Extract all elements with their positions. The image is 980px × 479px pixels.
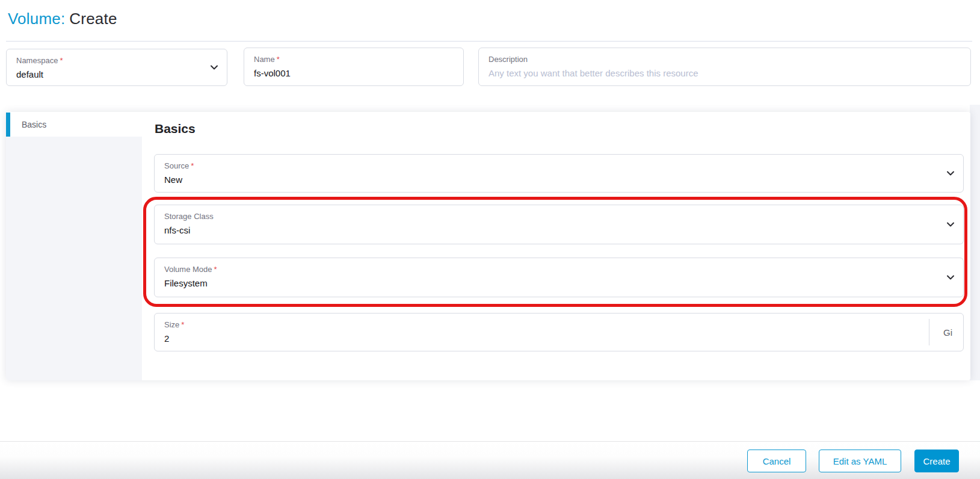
- name-label: Name*: [254, 55, 454, 64]
- namespace-label: Namespace*: [16, 56, 217, 66]
- chevron-down-icon[interactable]: [209, 63, 219, 72]
- chevron-down-icon[interactable]: [946, 220, 955, 229]
- description-field[interactable]: Description: [478, 48, 971, 86]
- size-input[interactable]: [164, 333, 890, 344]
- page-title-resource: Volume:: [8, 10, 65, 28]
- name-field[interactable]: Name*: [244, 48, 464, 86]
- sidebar-tab-basics[interactable]: Basics: [6, 113, 142, 137]
- size-unit-label: Gi: [943, 327, 952, 338]
- create-button[interactable]: Create: [914, 450, 959, 472]
- description-label: Description: [488, 55, 961, 64]
- sidebar-tab-label: Basics: [22, 120, 46, 129]
- volume-create-page: Volume:Create Namespace* default Name* D…: [0, 0, 980, 479]
- chevron-down-icon[interactable]: [946, 168, 955, 178]
- description-input[interactable]: [488, 67, 923, 79]
- sidebar-panel: [6, 137, 142, 380]
- header-divider: [6, 41, 972, 42]
- section-heading: Basics: [155, 122, 196, 136]
- volume-mode-select[interactable]: Volume Mode* Filesystem: [154, 258, 964, 297]
- storage-class-value: nfs-csi: [164, 224, 954, 236]
- required-marker: *: [214, 265, 217, 274]
- cancel-button[interactable]: Cancel: [747, 450, 806, 472]
- page-title-action: Create: [69, 10, 117, 28]
- size-label: Size*: [164, 320, 954, 330]
- page-background-strip: [970, 105, 980, 380]
- volume-mode-value: Filesystem: [164, 277, 954, 289]
- source-label: Source*: [164, 161, 954, 171]
- source-value: New: [164, 174, 954, 185]
- volume-mode-label: Volume Mode*: [164, 265, 954, 274]
- storage-class-label: Storage Class: [164, 212, 954, 221]
- edit-as-yaml-button[interactable]: Edit as YAML: [819, 450, 901, 472]
- source-select[interactable]: Source* New: [154, 154, 964, 193]
- storage-class-select[interactable]: Storage Class nfs-csi: [154, 205, 964, 244]
- namespace-value: default: [16, 69, 217, 80]
- required-marker: *: [191, 161, 194, 170]
- page-title: Volume:Create: [8, 10, 117, 28]
- form-card: Basics Basics Source* New Storage Class …: [6, 112, 970, 380]
- footer-bar: Cancel Edit as YAML Create: [0, 441, 980, 479]
- required-marker: *: [277, 55, 280, 64]
- namespace-select[interactable]: Namespace* default: [6, 49, 227, 86]
- unit-divider: [929, 319, 929, 345]
- size-field[interactable]: Size* Gi: [154, 313, 964, 351]
- required-marker: *: [60, 56, 63, 65]
- required-marker: *: [181, 320, 184, 329]
- name-input[interactable]: [254, 67, 437, 79]
- chevron-down-icon[interactable]: [946, 273, 955, 282]
